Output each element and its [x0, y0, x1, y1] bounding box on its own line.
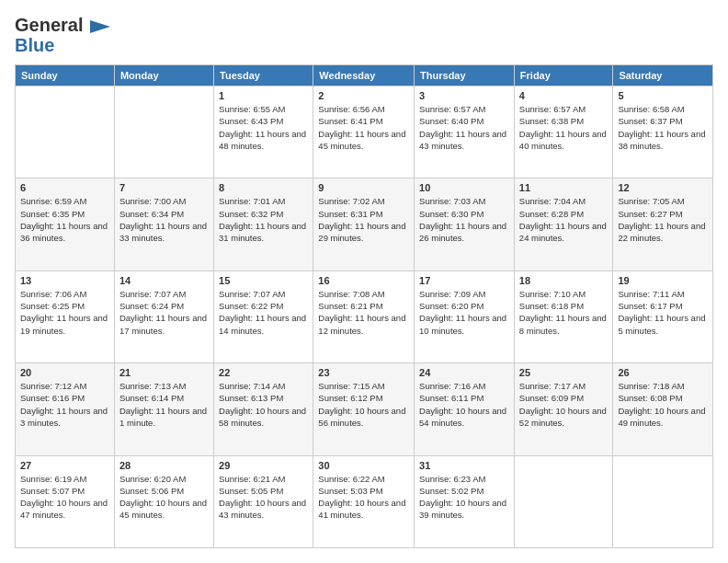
- calendar-cell: 15Sunrise: 7:07 AM Sunset: 6:22 PM Dayli…: [214, 270, 313, 362]
- day-info: Sunrise: 6:56 AM Sunset: 6:41 PM Dayligh…: [318, 103, 409, 152]
- day-info: Sunrise: 7:04 AM Sunset: 6:28 PM Dayligh…: [519, 195, 609, 244]
- calendar-cell: 24Sunrise: 7:16 AM Sunset: 6:11 PM Dayli…: [415, 363, 515, 455]
- day-number: 18: [519, 275, 609, 286]
- page: General Blue SundayMondayTuesdayWednesda…: [0, 0, 728, 563]
- week-row-5: 27Sunrise: 6:19 AM Sunset: 5:07 PM Dayli…: [16, 455, 713, 547]
- day-number: 25: [519, 367, 609, 378]
- calendar-cell: 1Sunrise: 6:55 AM Sunset: 6:43 PM Daylig…: [214, 86, 313, 178]
- calendar-cell: 2Sunrise: 6:56 AM Sunset: 6:41 PM Daylig…: [313, 86, 415, 178]
- calendar-cell: 5Sunrise: 6:58 AM Sunset: 6:37 PM Daylig…: [613, 86, 713, 178]
- day-number: 21: [119, 367, 209, 378]
- day-number: 30: [318, 460, 409, 471]
- day-info: Sunrise: 6:57 AM Sunset: 6:40 PM Dayligh…: [419, 103, 509, 152]
- day-number: 14: [119, 275, 209, 286]
- day-number: 7: [119, 182, 209, 193]
- calendar-cell: 9Sunrise: 7:02 AM Sunset: 6:31 PM Daylig…: [313, 178, 415, 270]
- day-info: Sunrise: 7:06 AM Sunset: 6:25 PM Dayligh…: [20, 288, 109, 337]
- calendar-cell: 18Sunrise: 7:10 AM Sunset: 6:18 PM Dayli…: [514, 270, 613, 362]
- calendar-cell: 21Sunrise: 7:13 AM Sunset: 6:14 PM Dayli…: [114, 363, 213, 455]
- day-number: 31: [419, 460, 509, 471]
- calendar-cell: 13Sunrise: 7:06 AM Sunset: 6:25 PM Dayli…: [16, 270, 115, 362]
- day-info: Sunrise: 7:02 AM Sunset: 6:31 PM Dayligh…: [318, 195, 409, 244]
- day-number: 10: [419, 182, 509, 193]
- day-number: 5: [618, 90, 708, 101]
- calendar-cell: 25Sunrise: 7:17 AM Sunset: 6:09 PM Dayli…: [514, 363, 613, 455]
- calendar-cell: 14Sunrise: 7:07 AM Sunset: 6:24 PM Dayli…: [114, 270, 213, 362]
- day-info: Sunrise: 7:01 AM Sunset: 6:32 PM Dayligh…: [219, 195, 308, 244]
- day-info: Sunrise: 7:08 AM Sunset: 6:21 PM Dayligh…: [318, 288, 409, 337]
- day-info: Sunrise: 7:17 AM Sunset: 6:09 PM Dayligh…: [519, 380, 609, 429]
- calendar-cell: 22Sunrise: 7:14 AM Sunset: 6:13 PM Dayli…: [214, 363, 313, 455]
- calendar-cell: [114, 86, 213, 178]
- calendar-cell: 7Sunrise: 7:00 AM Sunset: 6:34 PM Daylig…: [114, 178, 213, 270]
- day-info: Sunrise: 6:23 AM Sunset: 5:02 PM Dayligh…: [419, 473, 509, 522]
- day-info: Sunrise: 7:09 AM Sunset: 6:20 PM Dayligh…: [419, 288, 509, 337]
- day-number: 19: [618, 275, 708, 286]
- calendar-cell: 6Sunrise: 6:59 AM Sunset: 6:35 PM Daylig…: [16, 178, 115, 270]
- day-number: 24: [419, 367, 509, 378]
- calendar-cell: 10Sunrise: 7:03 AM Sunset: 6:30 PM Dayli…: [415, 178, 515, 270]
- calendar-cell: 27Sunrise: 6:19 AM Sunset: 5:07 PM Dayli…: [16, 455, 115, 547]
- week-row-1: 1Sunrise: 6:55 AM Sunset: 6:43 PM Daylig…: [16, 86, 713, 178]
- logo-blue: Blue: [15, 35, 110, 55]
- logo-arrow-icon: [90, 20, 110, 33]
- weekday-header-sunday: Sunday: [16, 65, 115, 86]
- day-number: 1: [219, 90, 308, 101]
- day-info: Sunrise: 7:14 AM Sunset: 6:13 PM Dayligh…: [219, 380, 308, 429]
- calendar-cell: [613, 455, 713, 547]
- calendar-cell: 12Sunrise: 7:05 AM Sunset: 6:27 PM Dayli…: [613, 178, 713, 270]
- weekday-header-friday: Friday: [514, 65, 613, 86]
- day-number: 28: [119, 460, 209, 471]
- day-info: Sunrise: 7:07 AM Sunset: 6:24 PM Dayligh…: [119, 288, 209, 337]
- calendar-cell: 3Sunrise: 6:57 AM Sunset: 6:40 PM Daylig…: [415, 86, 515, 178]
- week-row-3: 13Sunrise: 7:06 AM Sunset: 6:25 PM Dayli…: [16, 270, 713, 362]
- day-number: 6: [20, 182, 109, 193]
- day-number: 15: [219, 275, 308, 286]
- day-info: Sunrise: 7:18 AM Sunset: 6:08 PM Dayligh…: [618, 380, 708, 429]
- day-info: Sunrise: 6:57 AM Sunset: 6:38 PM Dayligh…: [519, 103, 609, 152]
- weekday-header-row: SundayMondayTuesdayWednesdayThursdayFrid…: [16, 65, 713, 86]
- day-number: 13: [20, 275, 109, 286]
- day-info: Sunrise: 6:21 AM Sunset: 5:05 PM Dayligh…: [219, 473, 308, 522]
- day-info: Sunrise: 6:58 AM Sunset: 6:37 PM Dayligh…: [618, 103, 708, 152]
- day-number: 8: [219, 182, 308, 193]
- day-number: 3: [419, 90, 509, 101]
- calendar-cell: [16, 86, 115, 178]
- day-info: Sunrise: 7:05 AM Sunset: 6:27 PM Dayligh…: [618, 195, 708, 244]
- logo-wordmark: General Blue: [15, 15, 110, 55]
- calendar-cell: 23Sunrise: 7:15 AM Sunset: 6:12 PM Dayli…: [313, 363, 415, 455]
- calendar-cell: 26Sunrise: 7:18 AM Sunset: 6:08 PM Dayli…: [613, 363, 713, 455]
- day-number: 12: [618, 182, 708, 193]
- day-info: Sunrise: 7:15 AM Sunset: 6:12 PM Dayligh…: [318, 380, 409, 429]
- day-info: Sunrise: 6:55 AM Sunset: 6:43 PM Dayligh…: [219, 103, 308, 152]
- day-number: 17: [419, 275, 509, 286]
- day-number: 4: [519, 90, 609, 101]
- day-info: Sunrise: 7:13 AM Sunset: 6:14 PM Dayligh…: [119, 380, 209, 429]
- calendar-cell: 31Sunrise: 6:23 AM Sunset: 5:02 PM Dayli…: [415, 455, 515, 547]
- calendar-cell: 17Sunrise: 7:09 AM Sunset: 6:20 PM Dayli…: [415, 270, 515, 362]
- week-row-4: 20Sunrise: 7:12 AM Sunset: 6:16 PM Dayli…: [16, 363, 713, 455]
- day-number: 11: [519, 182, 609, 193]
- day-number: 9: [318, 182, 409, 193]
- logo-general: General: [15, 15, 110, 35]
- header: General Blue: [15, 15, 713, 55]
- day-info: Sunrise: 6:59 AM Sunset: 6:35 PM Dayligh…: [20, 195, 109, 244]
- day-info: Sunrise: 7:07 AM Sunset: 6:22 PM Dayligh…: [219, 288, 308, 337]
- calendar-cell: 28Sunrise: 6:20 AM Sunset: 5:06 PM Dayli…: [114, 455, 213, 547]
- svg-marker-0: [90, 20, 110, 33]
- day-info: Sunrise: 7:10 AM Sunset: 6:18 PM Dayligh…: [519, 288, 609, 337]
- day-info: Sunrise: 6:19 AM Sunset: 5:07 PM Dayligh…: [20, 473, 109, 522]
- day-number: 27: [20, 460, 109, 471]
- day-number: 16: [318, 275, 409, 286]
- weekday-header-wednesday: Wednesday: [313, 65, 415, 86]
- day-number: 22: [219, 367, 308, 378]
- logo: General Blue: [15, 15, 110, 55]
- weekday-header-saturday: Saturday: [613, 65, 713, 86]
- day-number: 26: [618, 367, 708, 378]
- weekday-header-thursday: Thursday: [415, 65, 515, 86]
- calendar-cell: 20Sunrise: 7:12 AM Sunset: 6:16 PM Dayli…: [16, 363, 115, 455]
- day-info: Sunrise: 7:00 AM Sunset: 6:34 PM Dayligh…: [119, 195, 209, 244]
- weekday-header-monday: Monday: [114, 65, 213, 86]
- calendar-cell: 11Sunrise: 7:04 AM Sunset: 6:28 PM Dayli…: [514, 178, 613, 270]
- day-info: Sunrise: 7:03 AM Sunset: 6:30 PM Dayligh…: [419, 195, 509, 244]
